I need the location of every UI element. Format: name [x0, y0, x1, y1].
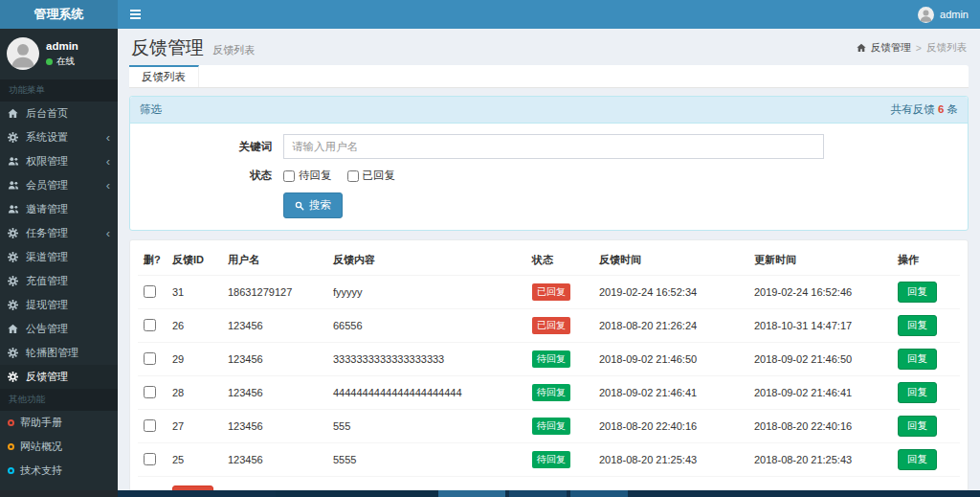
- keyword-input[interactable]: [283, 134, 824, 159]
- reply-button[interactable]: 回复: [898, 282, 937, 303]
- sidebar-item-label: 公告管理: [26, 322, 68, 336]
- sidebar-item-7[interactable]: 充值管理 ‹: [0, 269, 118, 293]
- column-header: 状态: [526, 245, 593, 276]
- reply-button[interactable]: 回复: [898, 382, 937, 403]
- sidebar-section-other: 其他功能: [0, 389, 118, 411]
- chevron-left-icon: ‹: [106, 157, 110, 167]
- filter-panel: 筛选 共有反馈 6 条 关键词 状态 待回复 已回复: [129, 96, 969, 231]
- topbar: admin: [118, 0, 980, 29]
- breadcrumb-current: 反馈列表: [926, 41, 967, 55]
- cell-content: 555: [327, 410, 526, 443]
- cell-feedback-time: 2019-02-24 16:52:34: [593, 276, 748, 309]
- sidebar-item-3[interactable]: 会员管理 ‹: [0, 173, 118, 197]
- chevron-left-icon: ‹: [106, 133, 110, 143]
- sidebar-item-label: 技术支持: [20, 463, 62, 478]
- sidebar-item-8[interactable]: 提现管理 ‹: [0, 293, 118, 317]
- table-body: 31 18631279127 fyyyyy 已回复 2019-02-24 16:…: [138, 276, 960, 477]
- column-header: 反馈内容: [327, 245, 526, 276]
- app-window: 管理系统 admin 在线 功能菜单 后台首页 ‹ 系统设置 ‹ 权限管理 ‹: [0, 0, 980, 490]
- sidebar-extra-item-0[interactable]: 帮助手册: [0, 411, 118, 435]
- sidebar-item-2[interactable]: 权限管理 ‹: [0, 149, 118, 173]
- user-avatar-small: [918, 7, 934, 23]
- gear-icon: [8, 252, 22, 262]
- breadcrumb-root[interactable]: 反馈管理: [871, 41, 911, 55]
- cell-feedback-id: 28: [167, 376, 222, 410]
- row-checkbox[interactable]: [144, 386, 156, 398]
- sidebar-item-9[interactable]: 公告管理 ‹: [0, 317, 118, 341]
- reply-button[interactable]: 回复: [898, 416, 937, 437]
- content-header: 反馈管理 反馈列表 反馈管理 > 反馈列表: [118, 29, 980, 65]
- circle-o-icon: [8, 419, 14, 426]
- sidebar-extra-item-1[interactable]: 网站概况: [0, 435, 118, 459]
- cell-feedback-time: 2018-08-20 21:25:43: [593, 443, 748, 477]
- status-checkbox-input[interactable]: [347, 170, 359, 182]
- gear-icon: [8, 348, 22, 358]
- sidebar-item-label: 帮助手册: [20, 416, 62, 430]
- column-header: 用户名: [222, 245, 327, 276]
- cell-update-time: 2018-10-31 14:47:17: [748, 309, 892, 343]
- table-header-row: 删?反馈ID用户名反馈内容状态反馈时间更新时间操作: [138, 245, 960, 276]
- app-logo[interactable]: 管理系统: [0, 0, 118, 29]
- cell-content: 4444444444444444444444: [327, 376, 526, 410]
- cell-update-time: 2018-09-02 21:46:41: [748, 376, 892, 410]
- breadcrumb: 反馈管理 > 反馈列表: [857, 41, 967, 55]
- status-badge: 已回复: [532, 283, 570, 301]
- search-button[interactable]: 搜索: [283, 192, 343, 218]
- table-row: 26 123456 66556 已回复 2018-08-20 21:26:24 …: [138, 309, 960, 343]
- reply-button[interactable]: 回复: [898, 349, 937, 370]
- status-badge: 待回复: [532, 451, 570, 468]
- feedback-count: 共有反馈 6 条: [891, 102, 958, 117]
- row-checkbox[interactable]: [144, 419, 156, 432]
- cell-username: 123456: [222, 309, 327, 343]
- sidebar-item-5[interactable]: 任务管理 ‹: [0, 221, 118, 245]
- tab-feedback-list[interactable]: 反馈列表: [129, 65, 199, 87]
- search-button-label: 搜索: [309, 198, 331, 213]
- sidebar-item-label: 网站概况: [20, 440, 62, 454]
- cell-feedback-time: 2018-08-20 21:26:24: [593, 309, 748, 343]
- sidebar-toggle-button[interactable]: [118, 0, 152, 29]
- status-checkbox-input[interactable]: [283, 170, 295, 182]
- table-panel: 删?反馈ID用户名反馈内容状态反馈时间更新时间操作 31 18631279127…: [129, 239, 969, 497]
- row-checkbox[interactable]: [144, 319, 156, 331]
- gear-icon: [8, 276, 22, 286]
- status-checkbox-label: 已回复: [363, 169, 396, 183]
- filter-title: 筛选: [140, 102, 162, 117]
- taskbar-sliver: [0, 490, 980, 497]
- reply-button[interactable]: 回复: [898, 315, 937, 336]
- status-badge: 待回复: [532, 384, 570, 401]
- status-checkbox[interactable]: 待回复: [283, 169, 332, 183]
- cell-content: 3333333333333333333: [327, 343, 526, 376]
- sidebar-item-label: 后台首页: [26, 106, 68, 121]
- row-checkbox[interactable]: [144, 453, 156, 465]
- cell-update-time: 2018-09-02 21:46:50: [748, 343, 892, 376]
- sidebar-item-label: 轮播图管理: [26, 346, 78, 360]
- page-title: 反馈管理: [131, 37, 204, 57]
- table-row: 28 123456 4444444444444444444444 待回复 201…: [138, 376, 960, 410]
- sidebar-item-4[interactable]: 邀请管理 ‹: [0, 197, 118, 221]
- table-row: 25 123456 5555 待回复 2018-08-20 21:25:43 2…: [138, 443, 960, 477]
- sidebar-item-6[interactable]: 渠道管理 ‹: [0, 245, 118, 269]
- cell-feedback-id: 26: [167, 309, 222, 343]
- sidebar-item-1[interactable]: 系统设置 ‹: [0, 125, 118, 149]
- sidebar-item-0[interactable]: 后台首页 ‹: [0, 102, 118, 125]
- cell-feedback-id: 29: [167, 343, 222, 376]
- status-checkbox[interactable]: 已回复: [347, 169, 396, 183]
- status-badge: 已回复: [532, 317, 570, 334]
- column-header: 操作: [892, 245, 960, 276]
- cell-update-time: 2019-02-24 16:52:46: [748, 276, 892, 309]
- row-checkbox[interactable]: [144, 352, 156, 365]
- row-checkbox[interactable]: [144, 285, 156, 298]
- sidebar-extra-item-2[interactable]: 技术支持: [0, 459, 118, 483]
- sidebar-item-label: 邀请管理: [26, 202, 68, 216]
- home-icon: [8, 324, 22, 334]
- sidebar-item-10[interactable]: 轮播图管理 ‹: [0, 341, 118, 365]
- column-header: 更新时间: [748, 245, 892, 276]
- column-header: 反馈ID: [167, 245, 222, 276]
- user-menu[interactable]: admin: [906, 0, 980, 29]
- reply-button[interactable]: 回复: [898, 449, 937, 470]
- cell-username: 123456: [222, 410, 327, 443]
- online-status-label: 在线: [56, 56, 75, 68]
- users-icon: [8, 156, 22, 167]
- sidebar-item-11[interactable]: 反馈管理 ‹: [0, 365, 118, 389]
- search-icon: [295, 201, 304, 211]
